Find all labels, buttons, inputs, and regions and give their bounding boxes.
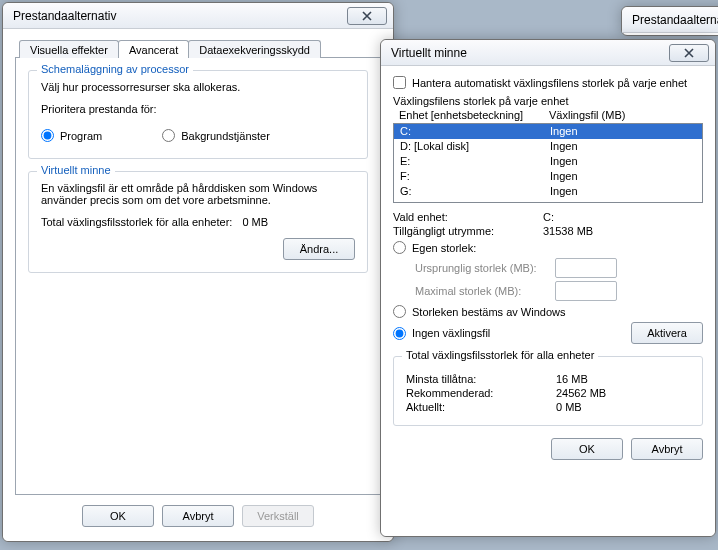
perf-title: Prestandaalternativ — [13, 9, 347, 23]
perf-close-button[interactable] — [347, 7, 387, 25]
perf-cancel-button[interactable]: Avbryt — [162, 505, 234, 527]
tab-dep[interactable]: Dataexekveringsskydd — [188, 40, 321, 58]
auto-manage-checkbox[interactable]: Hantera automatiskt växlingsfilens storl… — [393, 76, 703, 89]
change-button[interactable]: Ändra... — [283, 238, 355, 260]
perf-button-row: OK Avbryt Verkställ — [15, 505, 381, 527]
radio-custom-input[interactable] — [393, 241, 406, 254]
drive-pagefile-cell: Ingen — [550, 139, 578, 154]
radio-custom-label: Egen storlek: — [412, 242, 476, 254]
tab-advanced[interactable]: Avancerat — [118, 40, 189, 58]
scheduling-desc: Välj hur processorresurser ska allokeras… — [41, 81, 355, 93]
perf-apply-button: Verkställ — [242, 505, 314, 527]
vm-close-button[interactable] — [669, 44, 709, 62]
radio-programs[interactable]: Program — [41, 129, 102, 142]
radio-no-pagefile[interactable]: Ingen växlingsfil — [393, 327, 631, 340]
radio-background[interactable]: Bakgrundstjänster — [162, 129, 270, 142]
processor-scheduling-group: Schemaläggning av processor Välj hur pro… — [28, 70, 368, 159]
vm-total-value: 0 MB — [242, 216, 268, 228]
selected-drive-value: C: — [543, 211, 554, 223]
drive-list[interactable]: C:IngenD: [Lokal disk]IngenE:IngenF:Inge… — [393, 123, 703, 203]
background-perf-dialog: Prestandaalternat — [621, 6, 718, 36]
current-value: 0 MB — [556, 401, 582, 413]
drive-row[interactable]: G:Ingen — [394, 184, 702, 199]
scheduling-legend: Schemaläggning av processor — [37, 63, 193, 75]
min-allowed-label: Minsta tillåtna: — [406, 373, 556, 385]
total-pagefile-group: Total växlingsfilsstorlek för alla enhet… — [393, 356, 703, 426]
vm-cancel-button[interactable]: Avbryt — [631, 438, 703, 460]
drive-list-header: Enhet [enhetsbeteckning] Växlingsfil (MB… — [393, 109, 703, 123]
prioritize-label: Prioritera prestanda för: — [41, 103, 355, 115]
bg-title: Prestandaalternat — [632, 13, 718, 27]
drive-pagefile-cell: Ingen — [550, 154, 578, 169]
perf-ok-button[interactable]: OK — [82, 505, 154, 527]
avail-space-label: Tillgängligt utrymme: — [393, 225, 543, 237]
tabstrip: Visuella effekter Avancerat Dataexekveri… — [19, 39, 381, 57]
initial-size-label: Ursprunglig storlek (MB): — [415, 262, 555, 274]
auto-manage-input[interactable] — [393, 76, 406, 89]
close-icon — [362, 11, 372, 21]
current-label: Aktuellt: — [406, 401, 556, 413]
radio-background-label: Bakgrundstjänster — [181, 130, 270, 142]
vm-ok-button[interactable]: OK — [551, 438, 623, 460]
vm-button-row: OK Avbryt — [393, 438, 703, 460]
radio-programs-label: Program — [60, 130, 102, 142]
total-heading: Total växlingsfilsstorlek för alla enhet… — [402, 349, 598, 361]
radio-system-label: Storleken bestäms av Windows — [412, 306, 565, 318]
drive-row[interactable]: F:Ingen — [394, 169, 702, 184]
drive-row[interactable]: D: [Lokal disk]Ingen — [394, 139, 702, 154]
radio-programs-input[interactable] — [41, 129, 54, 142]
avail-space-value: 31538 MB — [543, 225, 593, 237]
radio-system-managed[interactable]: Storleken bestäms av Windows — [393, 305, 703, 318]
auto-manage-label: Hantera automatiskt växlingsfilens storl… — [412, 77, 687, 89]
tab-panel-advanced: Schemaläggning av processor Välj hur pro… — [15, 57, 381, 495]
col-drive: Enhet [enhetsbeteckning] — [399, 109, 549, 121]
recommended-value: 24562 MB — [556, 387, 606, 399]
vm-group-desc: En växlingsfil är ett område på hårddisk… — [41, 182, 355, 206]
vm-titlebar: Virtuellt minne — [381, 40, 715, 66]
drive-pagefile-cell: Ingen — [550, 169, 578, 184]
close-icon — [684, 48, 694, 58]
drive-letter-cell: E: — [400, 154, 550, 169]
pagefile-size-heading: Växlingsfilens storlek på varje enhet — [393, 95, 703, 107]
vm-title: Virtuellt minne — [391, 46, 669, 60]
min-allowed-value: 16 MB — [556, 373, 588, 385]
radio-nopage-input[interactable] — [393, 327, 406, 340]
drive-row[interactable]: C:Ingen — [394, 124, 702, 139]
vm-group-legend: Virtuellt minne — [37, 164, 115, 176]
drive-letter-cell: G: — [400, 184, 550, 199]
col-pagefile: Växlingsfil (MB) — [549, 109, 625, 121]
drive-letter-cell: C: — [400, 124, 550, 139]
perf-titlebar: Prestandaalternativ — [3, 3, 393, 29]
virtual-memory-dialog: Virtuellt minne Hantera automatiskt växl… — [380, 39, 716, 537]
radio-system-input[interactable] — [393, 305, 406, 318]
drive-pagefile-cell: Ingen — [550, 184, 578, 199]
drive-row[interactable]: E:Ingen — [394, 154, 702, 169]
bg-titlebar: Prestandaalternat — [622, 7, 718, 33]
selected-drive-label: Vald enhet: — [393, 211, 543, 223]
drive-letter-cell: F: — [400, 169, 550, 184]
radio-background-input[interactable] — [162, 129, 175, 142]
activate-button[interactable]: Aktivera — [631, 322, 703, 344]
tab-visual-effects[interactable]: Visuella effekter — [19, 40, 119, 58]
virtual-memory-group: Virtuellt minne En växlingsfil är ett om… — [28, 171, 368, 273]
initial-size-input — [555, 258, 617, 278]
radio-nopage-label: Ingen växlingsfil — [412, 327, 490, 339]
vm-total-label: Total växlingsfilsstorlek för alla enhet… — [41, 216, 232, 228]
recommended-label: Rekommenderad: — [406, 387, 556, 399]
performance-options-dialog: Prestandaalternativ Visuella effekter Av… — [2, 2, 394, 542]
radio-custom-size[interactable]: Egen storlek: — [393, 241, 703, 254]
max-size-input — [555, 281, 617, 301]
drive-pagefile-cell: Ingen — [550, 124, 578, 139]
drive-letter-cell: D: [Lokal disk] — [400, 139, 550, 154]
max-size-label: Maximal storlek (MB): — [415, 285, 555, 297]
